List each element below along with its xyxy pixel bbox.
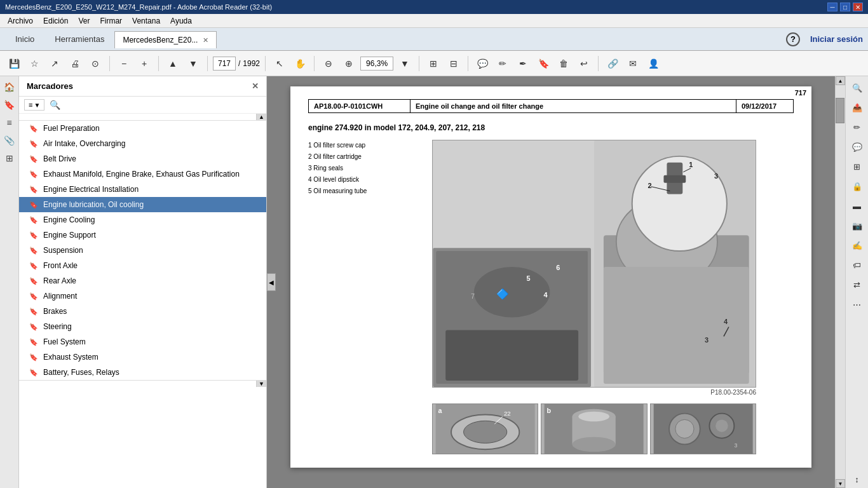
- sidebar-bookmark-icon[interactable]: 🔖: [1, 97, 18, 113]
- menu-archivo[interactable]: Archivo: [3, 15, 38, 27]
- scroll-thumb[interactable]: [836, 98, 844, 123]
- share-button[interactable]: ↗: [46, 55, 64, 72]
- bookmarks-search-button[interactable]: 🔍: [50, 100, 60, 110]
- right-zoom-icon[interactable]: 🔍: [848, 79, 866, 97]
- next-page-button[interactable]: ▼: [184, 55, 202, 72]
- right-edit-icon[interactable]: ✏: [848, 118, 866, 136]
- bookmark-suspension[interactable]: 🔖 Suspension: [19, 243, 266, 258]
- save-button[interactable]: 💾: [5, 55, 23, 72]
- tab-document[interactable]: MercedesBenz_E20... ✕: [114, 31, 217, 48]
- right-more-icon[interactable]: ⋯: [848, 295, 866, 313]
- bookmark-engine-support[interactable]: 🔖 Engine Support: [19, 227, 266, 243]
- pdf-header-code: AP18.00-P-0101CWH: [309, 100, 410, 112]
- right-translate-icon[interactable]: ⇄: [848, 276, 866, 294]
- right-protect-icon[interactable]: 🔒: [848, 177, 866, 195]
- tab-tools[interactable]: Herramientas: [44, 30, 114, 48]
- sign-in-button[interactable]: Iniciar sesión: [810, 34, 863, 44]
- bookmark-exhaust-system[interactable]: 🔖 Exhaust System: [19, 349, 266, 365]
- bookmark-alignment[interactable]: 🔖 Alignment: [19, 288, 266, 304]
- bottom-image-b: b: [541, 403, 647, 454]
- label-4: 4 Oil level dipstick: [308, 174, 384, 186]
- menu-edicion[interactable]: Edición: [38, 15, 73, 27]
- page-number-input[interactable]: [213, 57, 236, 71]
- scroll-down-button[interactable]: ▼: [836, 479, 845, 488]
- bookmarks-close-button[interactable]: ✕: [252, 81, 259, 91]
- sidebar-pages-icon[interactable]: ⊞: [1, 150, 18, 166]
- stamp-button[interactable]: 🔖: [534, 55, 552, 72]
- bookmark-steering[interactable]: 🔖 Steering: [19, 319, 266, 334]
- fit-page-button[interactable]: ⊞: [424, 55, 442, 72]
- right-organize-icon[interactable]: ⊞: [848, 158, 866, 175]
- right-sign-icon[interactable]: ✍: [848, 236, 866, 254]
- bookmark-flag-icon: 🔖: [29, 353, 38, 362]
- draw-button[interactable]: ✏: [494, 55, 512, 72]
- right-comment-icon[interactable]: 💬: [848, 138, 866, 156]
- zoom-in-2-button[interactable]: ⊕: [340, 55, 358, 72]
- bookmarks-scroll-down[interactable]: ▼: [256, 381, 266, 387]
- bookmark-engine-lubrication[interactable]: 🔖 Engine lubrication, Oil cooling: [19, 197, 266, 212]
- menu-ayuda[interactable]: Ayuda: [165, 15, 197, 27]
- right-redact-icon[interactable]: ▬: [848, 197, 866, 215]
- bookmark-belt-drive[interactable]: 🔖 Belt Drive: [19, 151, 266, 166]
- zoom-out-2-button[interactable]: ⊖: [320, 55, 337, 72]
- bookmark-exhaust-manifold[interactable]: 🔖 Exhaust Manifold, Engine Brake, Exhaus…: [19, 166, 266, 182]
- bookmark-button[interactable]: ☆: [25, 55, 43, 72]
- email-button[interactable]: ✉: [624, 55, 642, 72]
- zoom-input[interactable]: [360, 57, 393, 71]
- menu-ver[interactable]: Ver: [73, 15, 95, 27]
- bookmark-fuel-system[interactable]: 🔖 Fuel System: [19, 334, 266, 349]
- pdf-header-title: Engine oil change and oil filter change: [410, 100, 736, 112]
- link-button[interactable]: 🔗: [604, 55, 621, 72]
- bookmark-flag-icon: 🔖: [29, 140, 38, 148]
- tab-home[interactable]: Inicio: [5, 30, 44, 48]
- right-scan-icon[interactable]: 📷: [848, 217, 866, 234]
- bookmark-label: Exhaust Manifold, Engine Brake, Exhaust …: [43, 170, 240, 179]
- bookmark-label: Steering: [43, 322, 72, 331]
- print-button[interactable]: 🖨: [66, 55, 84, 72]
- collapse-panel-button[interactable]: ◀: [267, 273, 276, 291]
- svg-text:4: 4: [543, 291, 548, 299]
- menu-firmar[interactable]: Firmar: [95, 15, 127, 27]
- close-button[interactable]: ✕: [853, 3, 863, 11]
- bookmarks-options-button[interactable]: ≡ ▼: [24, 99, 44, 111]
- scroll-track[interactable]: [836, 85, 845, 479]
- bookmark-battery-fuses[interactable]: 🔖 Battery, Fuses, Relays: [19, 365, 266, 380]
- bookmark-engine-cooling[interactable]: 🔖 Engine Cooling: [19, 212, 266, 227]
- sidebar-attach-icon[interactable]: 📎: [1, 132, 18, 149]
- zoom-dropdown-button[interactable]: ▼: [396, 55, 414, 72]
- help-icon[interactable]: ?: [786, 32, 800, 46]
- bookmarks-scroll-up[interactable]: ▲: [256, 114, 266, 120]
- menu-ventana[interactable]: Ventana: [127, 15, 165, 27]
- pdf-subtitle: engine 274.920 in model 172, 204.9, 207,…: [308, 123, 794, 132]
- minimize-button[interactable]: ─: [827, 3, 837, 11]
- sidebar-layers-icon[interactable]: ≡: [1, 114, 18, 131]
- prev-page-button[interactable]: ▲: [164, 55, 182, 72]
- scroll-up-button[interactable]: ▲: [836, 76, 845, 85]
- account-button[interactable]: 👤: [644, 55, 662, 72]
- delete-button[interactable]: 🗑: [555, 55, 573, 72]
- bookmark-engine-electrical[interactable]: 🔖 Engine Electrical Installation: [19, 182, 266, 197]
- bookmark-front-axle[interactable]: 🔖 Front Axle: [19, 258, 266, 273]
- undo-button[interactable]: ↩: [575, 55, 593, 72]
- print-pdf-button[interactable]: ⊙: [86, 55, 104, 72]
- right-export-icon[interactable]: 📤: [848, 98, 866, 116]
- pdf-area[interactable]: ◀ 717 AP18.00-P-0101CWH Engine oil chang…: [267, 76, 835, 488]
- highlight-button[interactable]: ✒: [514, 55, 532, 72]
- tab-close-button[interactable]: ✕: [203, 36, 208, 44]
- svg-text:1: 1: [689, 161, 693, 168]
- maximize-button[interactable]: □: [840, 3, 850, 11]
- right-arrow-icon[interactable]: ↕: [848, 470, 866, 488]
- comment-button[interactable]: 💬: [473, 55, 491, 72]
- fit-width-button[interactable]: ⊟: [445, 55, 463, 72]
- sidebar-home-icon[interactable]: 🏠: [1, 79, 18, 95]
- bookmark-rear-axle[interactable]: 🔖 Rear Axle: [19, 273, 266, 288]
- pan-tool-button[interactable]: ✋: [291, 55, 309, 72]
- title-bar: MercedesBenz_E200_E250_W212_M274_Repair.…: [0, 0, 868, 14]
- bookmark-fuel-preparation[interactable]: 🔖 Fuel Preparation: [19, 121, 266, 136]
- zoom-out-button[interactable]: −: [115, 55, 133, 72]
- zoom-in-button[interactable]: +: [135, 55, 153, 72]
- bookmark-brakes[interactable]: 🔖 Brakes: [19, 304, 266, 319]
- bookmark-air-intake[interactable]: 🔖 Air Intake, Overcharging: [19, 136, 266, 151]
- select-tool-button[interactable]: ↖: [271, 55, 288, 72]
- right-stamp-icon[interactable]: 🏷: [848, 256, 866, 274]
